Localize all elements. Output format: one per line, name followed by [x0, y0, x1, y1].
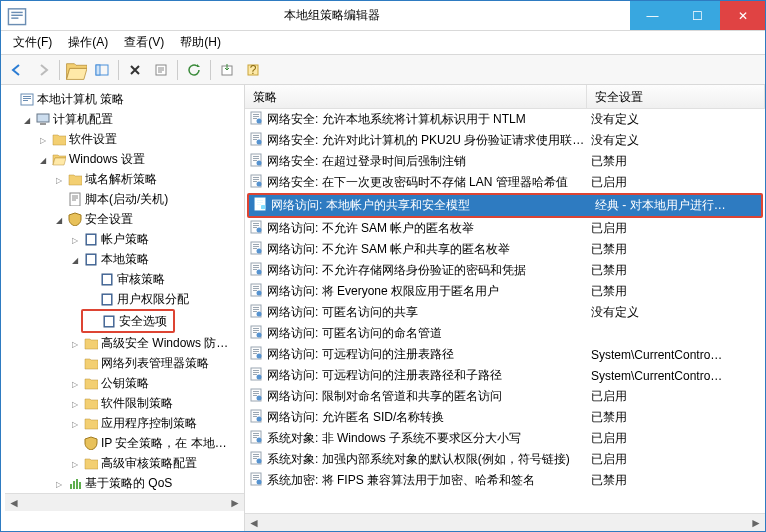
- tree-account-policies[interactable]: 帐户策略: [5, 229, 244, 249]
- tree-label: 基于策略的 QoS: [85, 475, 172, 492]
- tree-pane[interactable]: 本地计算机 策略 计算机配置 软件设置 Windows 设置 域名解析策略 脚本…: [1, 85, 245, 531]
- tree-label: 域名解析策略: [85, 171, 157, 188]
- close-button[interactable]: ✕: [720, 1, 765, 30]
- policy-row[interactable]: 网络访问: 可远程访问的注册表路径和子路径System\CurrentContr…: [245, 365, 765, 386]
- policy-name-cell: 网络安全: 在超过登录时间后强制注销: [245, 153, 587, 170]
- policy-icon: [249, 220, 263, 237]
- policy-row[interactable]: 网络访问: 将 Everyone 权限应用于匿名用户已禁用: [245, 281, 765, 302]
- policy-name-cell: 网络安全: 在下一次更改密码时不存储 LAN 管理器哈希值: [245, 174, 587, 191]
- tree-adv-firewall[interactable]: 高级安全 Windows 防…: [5, 333, 244, 353]
- folder-icon: [83, 335, 99, 351]
- menubar: 文件(F) 操作(A) 查看(V) 帮助(H): [1, 31, 765, 55]
- policy-row[interactable]: 网络访问: 可远程访问的注册表路径System\CurrentContro…: [245, 344, 765, 365]
- policy-row[interactable]: 网络访问: 可匿名访问的共享没有定义: [245, 302, 765, 323]
- policy-row[interactable]: 网络访问: 不允许存储网络身份验证的密码和凭据已禁用: [245, 260, 765, 281]
- tree-adv-audit[interactable]: 高级审核策略配置: [5, 453, 244, 473]
- tree-label: 帐户策略: [101, 231, 149, 248]
- folder-icon: [83, 395, 99, 411]
- tree-qos[interactable]: 基于策略的 QoS: [5, 473, 244, 493]
- tree-dns-policy[interactable]: 域名解析策略: [5, 169, 244, 189]
- policy-name: 网络访问: 本地帐户的共享和安全模型: [271, 197, 470, 214]
- tree-software-restrict[interactable]: 软件限制策略: [5, 393, 244, 413]
- up-button[interactable]: [64, 58, 88, 82]
- scroll-right-icon[interactable]: ►: [226, 495, 244, 511]
- tree-root[interactable]: 本地计算机 策略: [5, 89, 244, 109]
- folder-open-icon: [51, 151, 67, 167]
- policy-row[interactable]: 网络访问: 不允许 SAM 帐户和共享的匿名枚举已禁用: [245, 239, 765, 260]
- show-hide-tree-button[interactable]: [90, 58, 114, 82]
- properties-button[interactable]: [149, 58, 173, 82]
- policy-row[interactable]: 网络安全: 允许对此计算机的 PKU2U 身份验证请求使用联…没有定义: [245, 130, 765, 151]
- column-setting[interactable]: 安全设置: [587, 85, 765, 108]
- policy-row[interactable]: 系统加密: 将 FIPS 兼容算法用于加密、哈希和签名已禁用: [245, 470, 765, 491]
- folder-icon: [67, 171, 83, 187]
- list-hscrollbar[interactable]: ◄ ►: [245, 513, 765, 531]
- policy-value: System\CurrentContro…: [587, 348, 765, 362]
- tree-network-list[interactable]: 网络列表管理器策略: [5, 353, 244, 373]
- menu-help[interactable]: 帮助(H): [174, 32, 227, 53]
- policy-row[interactable]: 网络安全: 在超过登录时间后强制注销已禁用: [245, 151, 765, 172]
- policy-list[interactable]: 网络安全: 允许本地系统将计算机标识用于 NTLM没有定义网络安全: 允许对此计…: [245, 109, 765, 513]
- policy-row[interactable]: 系统对象: 非 Windows 子系统不要求区分大小写已启用: [245, 428, 765, 449]
- tree-windows-settings[interactable]: Windows 设置: [5, 149, 244, 169]
- back-button[interactable]: [5, 58, 29, 82]
- policy-row[interactable]: 网络访问: 本地帐户的共享和安全模型经典 - 对本地用户进行…: [249, 195, 761, 216]
- menu-action[interactable]: 操作(A): [62, 32, 114, 53]
- policy-row[interactable]: 网络安全: 在下一次更改密码时不存储 LAN 管理器哈希值已启用: [245, 172, 765, 193]
- tree-local-policies[interactable]: 本地策略: [5, 249, 244, 269]
- refresh-button[interactable]: [182, 58, 206, 82]
- scroll-left-icon[interactable]: ◄: [245, 515, 263, 531]
- help-button[interactable]: ?: [241, 58, 265, 82]
- policy-row[interactable]: 网络访问: 允许匿名 SID/名称转换已禁用: [245, 407, 765, 428]
- tree-hscrollbar[interactable]: ◄ ►: [5, 493, 244, 511]
- svg-text:?: ?: [250, 63, 257, 77]
- policy-icon: [249, 367, 263, 384]
- policy-row[interactable]: 系统对象: 加强内部系统对象的默认权限(例如，符号链接)已启用: [245, 449, 765, 470]
- policy-name-cell: 网络访问: 可远程访问的注册表路径和子路径: [245, 367, 587, 384]
- delete-button[interactable]: [123, 58, 147, 82]
- policy-name: 网络访问: 允许匿名 SID/名称转换: [267, 409, 444, 426]
- tree-user-rights[interactable]: 用户权限分配: [5, 289, 244, 309]
- tree-security-settings[interactable]: 安全设置: [5, 209, 244, 229]
- menu-view[interactable]: 查看(V): [118, 32, 170, 53]
- policy-name-cell: 系统对象: 非 Windows 子系统不要求区分大小写: [245, 430, 587, 447]
- forward-button[interactable]: [31, 58, 55, 82]
- policy-value: 没有定义: [587, 111, 765, 128]
- policy-row[interactable]: 网络访问: 限制对命名管道和共享的匿名访问已启用: [245, 386, 765, 407]
- tree-app-control[interactable]: 应用程序控制策略: [5, 413, 244, 433]
- tree-audit-policy[interactable]: 审核策略: [5, 269, 244, 289]
- policy-row[interactable]: 网络访问: 可匿名访问的命名管道: [245, 323, 765, 344]
- tree-software-settings[interactable]: 软件设置: [5, 129, 244, 149]
- policy-name: 网络访问: 不允许存储网络身份验证的密码和凭据: [267, 262, 526, 279]
- tree-label: 安全选项: [119, 313, 167, 330]
- policy-icon: [249, 241, 263, 258]
- toolbar: ?: [1, 55, 765, 85]
- minimize-button[interactable]: —: [630, 1, 675, 30]
- book-icon: [99, 271, 115, 287]
- tree-security-options[interactable]: 安全选项: [83, 311, 173, 331]
- tree-label: 高级审核策略配置: [101, 455, 197, 472]
- tree-scripts[interactable]: 脚本(启动/关机): [5, 189, 244, 209]
- policy-row[interactable]: 网络安全: 允许本地系统将计算机标识用于 NTLM没有定义: [245, 109, 765, 130]
- export-button[interactable]: [215, 58, 239, 82]
- svg-rect-23: [40, 123, 46, 125]
- column-policy[interactable]: 策略: [245, 85, 587, 108]
- tree-computer-config[interactable]: 计算机配置: [5, 109, 244, 129]
- policy-name: 系统加密: 将 FIPS 兼容算法用于加密、哈希和签名: [267, 472, 535, 489]
- tree-ipsec[interactable]: IP 安全策略，在 本地…: [5, 433, 244, 453]
- policy-value: 已启用: [587, 430, 765, 447]
- policy-icon: [249, 262, 263, 279]
- tree-label: 计算机配置: [53, 111, 113, 128]
- policy-value: 已启用: [587, 388, 765, 405]
- policy-row[interactable]: 网络访问: 不允许 SAM 帐户的匿名枚举已启用: [245, 218, 765, 239]
- scroll-right-icon[interactable]: ►: [747, 515, 765, 531]
- tree-label: 用户权限分配: [117, 291, 189, 308]
- tree-pubkey[interactable]: 公钥策略: [5, 373, 244, 393]
- policy-icon: [249, 111, 263, 128]
- scroll-left-icon[interactable]: ◄: [5, 495, 23, 511]
- policy-icon: [249, 451, 263, 468]
- maximize-button[interactable]: ☐: [675, 1, 720, 30]
- policy-value: 没有定义: [587, 132, 765, 149]
- tree-label: 安全设置: [85, 211, 133, 228]
- menu-file[interactable]: 文件(F): [7, 32, 58, 53]
